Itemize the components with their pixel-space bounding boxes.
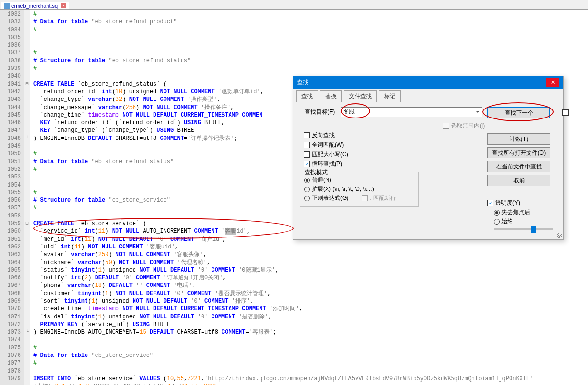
line-number: 1052 xyxy=(0,166,21,173)
code-line[interactable]: `uid` int(11) NOT NULL COMMENT '客服uid', xyxy=(33,243,588,251)
checkbox-icon[interactable] xyxy=(562,109,569,116)
radio-icon xyxy=(304,187,310,192)
slider-thumb[interactable] xyxy=(531,226,536,233)
fold-marker xyxy=(24,34,30,41)
code-line[interactable] xyxy=(33,336,588,344)
radio-icon xyxy=(304,178,310,183)
line-number: 1064 xyxy=(0,259,21,267)
file-tab[interactable]: crmeb_merchant.sql × xyxy=(1,2,69,9)
fold-marker xyxy=(24,290,30,297)
code-line[interactable]: `status` tinyint(1) unsigned NOT NULL DE… xyxy=(33,267,588,274)
dialog-titlebar[interactable]: 查找 ✕ xyxy=(293,76,563,89)
fold-marker xyxy=(24,72,30,80)
dialog-tab-3[interactable]: 标记 xyxy=(379,90,401,102)
find-target-input[interactable]: 客服 xyxy=(341,107,482,117)
find-in-current-button[interactable]: 在当前文件中查找 xyxy=(487,161,550,172)
radio-icon xyxy=(494,210,500,216)
checkbox-icon: ✓ xyxy=(487,200,493,206)
fold-marker xyxy=(24,313,30,321)
fold-marker xyxy=(24,111,30,119)
code-line[interactable]: # xyxy=(33,344,588,352)
tab-close-icon[interactable]: × xyxy=(61,3,66,8)
dialog-close-button[interactable]: ✕ xyxy=(546,78,559,87)
line-number: 1057 xyxy=(0,204,21,212)
line-number: 1066 xyxy=(0,274,21,282)
opt-wrap[interactable]: ✓ 循环查找(P) xyxy=(304,160,482,168)
checkbox-icon xyxy=(362,195,368,201)
fold-marker[interactable]: ⊟ xyxy=(24,220,30,227)
dialog-tab-0[interactable]: 查找 xyxy=(296,90,318,102)
opt-match-case[interactable]: 匹配大小写(C) xyxy=(304,150,482,158)
transparency-toggle[interactable]: ✓ 透明度(Y) xyxy=(487,199,553,207)
fold-marker xyxy=(24,236,30,243)
fold-marker xyxy=(24,189,30,197)
code-line[interactable] xyxy=(33,367,588,375)
code-line[interactable]: `nickname` varchar(50) NOT NULL COMMENT … xyxy=(33,259,588,267)
line-number: 1054 xyxy=(0,181,21,189)
mode-normal[interactable]: 普通(N) xyxy=(304,176,414,184)
trans-always[interactable]: 始终 xyxy=(494,217,553,226)
code-line[interactable]: INSERT INTO `eb_store_service` VALUES (1… xyxy=(33,375,588,383)
file-icon xyxy=(4,3,10,9)
fold-marker xyxy=(24,305,30,313)
code-line[interactable]: # Data for table "eb_store_refund_produc… xyxy=(33,18,588,26)
find-all-open-button[interactable]: 查找所有打开文件(O) xyxy=(487,147,550,158)
line-number: 1053 xyxy=(0,173,21,181)
line-number: 1062 xyxy=(0,243,21,251)
trans-on-lose-focus[interactable]: 失去焦点后 xyxy=(494,208,553,217)
code-line[interactable]: `phone` varchar(18) DEFAULT '' COMMENT '… xyxy=(33,282,588,289)
code-line[interactable]: `avatar` varchar(250) NOT NULL COMMENT '… xyxy=(33,251,588,258)
code-line[interactable]: # xyxy=(33,65,588,72)
code-line[interactable]: PRIMARY KEY (`service_id`) USING BTREE xyxy=(33,321,588,328)
code-line[interactable]: `is_del` tinyint(1) unsigned NOT NULL DE… xyxy=(33,313,588,321)
fold-marker xyxy=(24,104,30,111)
line-number: 1075 xyxy=(0,344,21,352)
mode-regex[interactable]: 正则表达式(G) . 匹配新行 xyxy=(304,194,414,202)
code-line[interactable]: `sort` tinyint(1) unsigned NOT NULL DEFA… xyxy=(33,297,588,305)
line-number: 1067 xyxy=(0,282,21,289)
code-line[interactable]: ) ENGINE=InnoDB AUTO_INCREMENT=15 DEFAUL… xyxy=(33,328,588,336)
line-number: 1050 xyxy=(0,150,21,158)
find-next-button[interactable]: 查找下一个 xyxy=(487,107,550,118)
dialog-tab-1[interactable]: 替换 xyxy=(320,90,342,102)
fold-marker xyxy=(24,18,30,26)
line-number: 1055 xyxy=(0,189,21,197)
dialog-tab-2[interactable]: 文件查找 xyxy=(344,90,377,102)
code-line[interactable]: # Structure for table "eb_store_refund_s… xyxy=(33,57,588,65)
resize-grip-icon[interactable] xyxy=(557,233,562,238)
fold-marker xyxy=(24,158,30,166)
cancel-button[interactable]: 取消 xyxy=(487,175,550,186)
fold-marker xyxy=(24,26,30,34)
fold-marker xyxy=(24,274,30,282)
code-line[interactable]: `create_time` timestamp NOT NULL DEFAULT… xyxy=(33,305,588,313)
code-line[interactable]: # xyxy=(33,10,588,18)
code-line[interactable]: # Data for table "eb_store_service" xyxy=(33,352,588,359)
fold-marker xyxy=(24,227,30,235)
line-number: 1065 xyxy=(0,267,21,274)
radio-icon xyxy=(494,219,500,225)
find-target-label: 查找目标(F) : xyxy=(300,108,338,116)
code-line[interactable]: `notify` int(2) DEFAULT '0' COMMENT '订单通… xyxy=(33,274,588,282)
code-line[interactable] xyxy=(33,41,588,49)
line-number: 1068 xyxy=(0,290,21,297)
checkbox-icon xyxy=(443,123,449,129)
fold-marker[interactable]: ⊟ xyxy=(24,80,30,88)
fold-marker xyxy=(24,375,30,383)
code-line[interactable]: # xyxy=(33,359,588,367)
code-line[interactable]: # xyxy=(33,26,588,34)
fold-marker xyxy=(24,88,30,96)
line-number: 1058 xyxy=(0,212,21,220)
code-line[interactable]: # xyxy=(33,49,588,57)
fold-marker: └ xyxy=(24,135,30,142)
opt-whole-word[interactable]: 全词匹配(W) xyxy=(304,141,482,149)
fold-column[interactable]: ⊟└⊟└ xyxy=(24,10,30,385)
line-number: 1034 xyxy=(0,26,21,34)
fold-marker xyxy=(24,282,30,289)
line-number: 1047 xyxy=(0,127,21,134)
code-line[interactable]: `customer` tinyint(1) NOT NULL DEFAULT '… xyxy=(33,290,588,297)
mode-extended[interactable]: 扩展(X) (\n, \r, \t, \0, \x...) xyxy=(304,185,414,193)
opt-backward[interactable]: 反向查找 xyxy=(304,131,482,139)
count-button[interactable]: 计数(T) xyxy=(487,133,550,145)
transparency-slider[interactable] xyxy=(494,228,553,230)
code-line[interactable] xyxy=(33,34,588,41)
